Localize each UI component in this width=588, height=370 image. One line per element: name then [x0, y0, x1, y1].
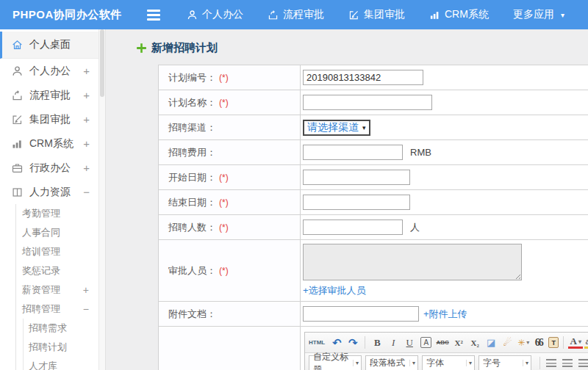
sidebar-item-hr[interactable]: 人力资源 −	[0, 180, 98, 204]
sidebar-item-admin-office[interactable]: 行政办公 +	[0, 156, 98, 180]
undo-button[interactable]: ↶	[329, 335, 344, 350]
autotypeset-button[interactable]: A	[420, 337, 431, 348]
sidebar-item-group-approval[interactable]: 集团审批 +	[0, 107, 98, 131]
flow-icon	[268, 10, 279, 21]
align-right-icon[interactable]	[578, 359, 588, 367]
scrollbar-thumb[interactable]	[100, 29, 104, 97]
hamburger-menu-icon[interactable]	[147, 10, 160, 21]
sidebar-subitem-attendance[interactable]: 考勤管理	[16, 204, 98, 223]
approvers-textarea[interactable]	[303, 244, 522, 280]
select-approvers-link[interactable]: +选择审批人员	[303, 284, 366, 297]
subscript-button[interactable]: X₂	[467, 335, 482, 350]
italic-button[interactable]: I	[386, 335, 401, 350]
required-marker: (*)	[219, 197, 229, 208]
caret-down-icon: ▾	[362, 124, 366, 131]
sidebar-subitem-rewards[interactable]: 奖惩记录	[16, 261, 98, 280]
field-label: 招聘费用：	[168, 147, 216, 158]
font-size-select[interactable]: 字号 ▾	[478, 355, 531, 370]
sidebar: 个人桌面 个人办公 + 流程审批 + 集团审批 +	[0, 29, 98, 370]
expand-toggle[interactable]: +	[83, 89, 90, 101]
plan-name-input[interactable]	[303, 95, 432, 110]
sidebar-subitem-salary[interactable]: 薪资管理 +	[16, 280, 98, 300]
person-icon	[187, 10, 198, 21]
caret-down-icon: ▾	[409, 360, 415, 366]
form-row-end-date: 结束日期：(*)	[159, 190, 588, 215]
sidebar-item-personal-office[interactable]: 个人办公 +	[0, 59, 98, 83]
plan-no-input[interactable]	[303, 70, 423, 85]
home-icon	[11, 39, 24, 51]
expand-toggle[interactable]: −	[83, 303, 89, 315]
sidebar-item-crm-system[interactable]: CRM系统 +	[0, 131, 98, 156]
paste-text-icon[interactable]: T	[548, 337, 559, 348]
sidebar-subitem-hr-contract[interactable]: 人事合同	[16, 223, 98, 242]
caret-down-icon: ▾	[353, 360, 359, 366]
end-date-input[interactable]	[303, 195, 410, 210]
form-row-headcount: 招聘人数：(*) 人	[159, 215, 588, 240]
chart-icon	[429, 10, 440, 21]
channel-select[interactable]: 请选择渠道 ▾	[303, 120, 370, 136]
expand-toggle[interactable]: +	[83, 65, 90, 77]
custom-title-select[interactable]: 自定义标题 ▾	[309, 355, 362, 370]
expand-toggle[interactable]: +	[83, 162, 90, 174]
sidebar-subitem-talent-pool[interactable]: 人才库	[24, 357, 98, 370]
add-plus-icon	[137, 43, 146, 53]
redo-button[interactable]: ↷	[345, 335, 360, 350]
nav-more-apps[interactable]: 更多应用 ▾	[513, 8, 564, 21]
font-family-select[interactable]: 字体 ▾	[422, 355, 475, 370]
expand-toggle[interactable]: +	[83, 113, 90, 126]
edit-icon	[348, 10, 359, 21]
align-center-icon[interactable]	[562, 359, 573, 367]
bold-button[interactable]: B	[370, 335, 384, 350]
form-row-start-date: 开始日期：(*)	[159, 165, 588, 190]
field-label: 附件文档：	[168, 308, 216, 319]
start-date-input[interactable]	[303, 170, 410, 185]
highlight-color-button[interactable]: ab	[584, 337, 588, 349]
app-window: PHPOA协同办公软件 个人办公 流程审批 集团审批 CRM系统	[0, 0, 588, 370]
superscript-button[interactable]: X²	[451, 335, 466, 350]
edit-icon	[11, 114, 24, 126]
caret-down-icon: ▾	[561, 11, 564, 19]
flow-icon	[11, 90, 24, 101]
book-icon	[11, 186, 24, 198]
attachment-upload-link[interactable]: +附件上传	[423, 308, 467, 319]
form-row-editor: HTML↶↷BIUAABCX²X₂◪☄✳66TAab 自定义标题 ▾ 段落格式	[159, 327, 588, 370]
nav-workflow-approval[interactable]: 流程审批	[268, 8, 324, 21]
form-row-plan-no: 计划编号：(*)	[159, 65, 588, 90]
sidebar-item-workflow-approval[interactable]: 流程审批 +	[0, 83, 98, 107]
app-logo: PHPOA协同办公软件	[0, 8, 126, 22]
source-code-button[interactable]: HTML	[309, 335, 325, 350]
headcount-input[interactable]	[303, 220, 403, 235]
required-marker: (*)	[219, 73, 229, 83]
expand-toggle[interactable]: −	[83, 186, 90, 198]
expand-toggle[interactable]: +	[83, 137, 90, 150]
format-painter-icon[interactable]: ✳	[516, 335, 531, 350]
sidebar-item-personal-desktop[interactable]: 个人桌面	[0, 32, 98, 59]
blockquote-button[interactable]: 66	[532, 335, 547, 350]
nav-personal-office[interactable]: 个人办公	[187, 8, 243, 21]
field-label: 计划编号：	[168, 72, 216, 83]
chart-icon	[11, 138, 24, 150]
attachment-input[interactable]	[303, 306, 419, 322]
recruitment-plan-form: 计划编号：(*) 计划名称：(*) 招聘渠道： 请选择渠道 ▾	[158, 65, 588, 370]
currency-suffix: RMB	[410, 147, 431, 158]
strikethrough-button[interactable]: ABC	[435, 335, 450, 350]
expand-toggle[interactable]: +	[83, 284, 89, 296]
cost-input[interactable]	[303, 145, 403, 160]
align-left-icon[interactable]	[546, 359, 556, 367]
underline-button[interactable]: U	[402, 335, 417, 350]
nav-group-approval[interactable]: 集团审批	[348, 8, 405, 21]
format-clear-icon[interactable]: ☄	[500, 335, 514, 350]
paragraph-format-select[interactable]: 段落格式 ▾	[365, 355, 418, 370]
eraser-icon[interactable]: ◪	[484, 335, 498, 350]
sidebar-subitem-recruitment[interactable]: 招聘管理 −	[16, 300, 98, 319]
sidebar-subitem-recruit-demand[interactable]: 招聘需求	[24, 319, 98, 338]
form-row-cost: 招聘费用： RMB	[159, 140, 588, 165]
font-color-button[interactable]: A	[568, 337, 583, 349]
sidebar-scrollbar[interactable]	[98, 29, 106, 370]
editor-toolbar-row2: 自定义标题 ▾ 段落格式 ▾ 字体 ▾	[305, 353, 588, 370]
toolbar-separator	[365, 336, 365, 349]
top-nav-menu: 个人办公 流程审批 集团审批 CRM系统 更多应用	[187, 8, 564, 21]
sidebar-subitem-training[interactable]: 培训管理	[16, 242, 98, 261]
nav-crm-system[interactable]: CRM系统	[429, 8, 489, 21]
sidebar-subitem-recruit-plan[interactable]: 招聘计划	[24, 338, 98, 357]
